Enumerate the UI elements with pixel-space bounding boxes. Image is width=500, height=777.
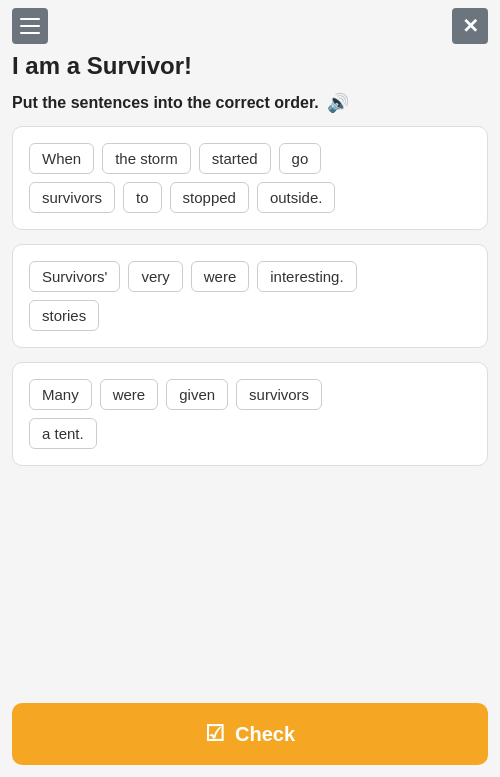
word-chip[interactable]: outside. (257, 182, 336, 213)
word-chip[interactable]: When (29, 143, 94, 174)
warning-icon: ⚠ (460, 733, 482, 761)
word-chip[interactable]: Survivors' (29, 261, 120, 292)
word-chip[interactable]: very (128, 261, 182, 292)
check-icon: ☑ (205, 721, 225, 747)
sentences-container: When the storm started go survivors to s… (0, 126, 500, 466)
word-chip[interactable]: go (279, 143, 322, 174)
word-row: a tent. (29, 418, 471, 449)
word-chip[interactable]: survivors (236, 379, 322, 410)
word-chip[interactable]: stories (29, 300, 99, 331)
check-button[interactable]: ☑ Check (12, 703, 488, 765)
word-chip[interactable]: were (100, 379, 159, 410)
sentence-card-1: When the storm started go survivors to s… (12, 126, 488, 230)
word-row: Many were given survivors (29, 379, 471, 410)
word-row: stories (29, 300, 471, 331)
instruction-row: Put the sentences into the correct order… (0, 92, 500, 126)
word-chip[interactable]: survivors (29, 182, 115, 213)
page-title: I am a Survivor! (0, 52, 500, 92)
menu-button[interactable] (12, 8, 48, 44)
sentence-card-3: Many were given survivors a tent. (12, 362, 488, 466)
check-button-label: Check (235, 723, 295, 746)
word-chip[interactable]: given (166, 379, 228, 410)
word-row: Survivors' very were interesting. (29, 261, 471, 292)
word-chip[interactable]: interesting. (257, 261, 356, 292)
word-chip[interactable]: were (191, 261, 250, 292)
top-bar: ✕ (0, 0, 500, 52)
word-chip[interactable]: a tent. (29, 418, 97, 449)
word-row: survivors to stopped outside. (29, 182, 471, 213)
word-chip[interactable]: the storm (102, 143, 191, 174)
check-btn-wrapper: ☑ Check (0, 691, 500, 777)
instruction-text: Put the sentences into the correct order… (12, 94, 319, 112)
audio-icon[interactable]: 🔊 (327, 92, 349, 114)
word-chip[interactable]: Many (29, 379, 92, 410)
word-chip[interactable]: to (123, 182, 162, 213)
word-chip[interactable]: started (199, 143, 271, 174)
word-row: When the storm started go (29, 143, 471, 174)
close-button[interactable]: ✕ (452, 8, 488, 44)
word-chip[interactable]: stopped (170, 182, 249, 213)
sentence-card-2: Survivors' very were interesting. storie… (12, 244, 488, 348)
